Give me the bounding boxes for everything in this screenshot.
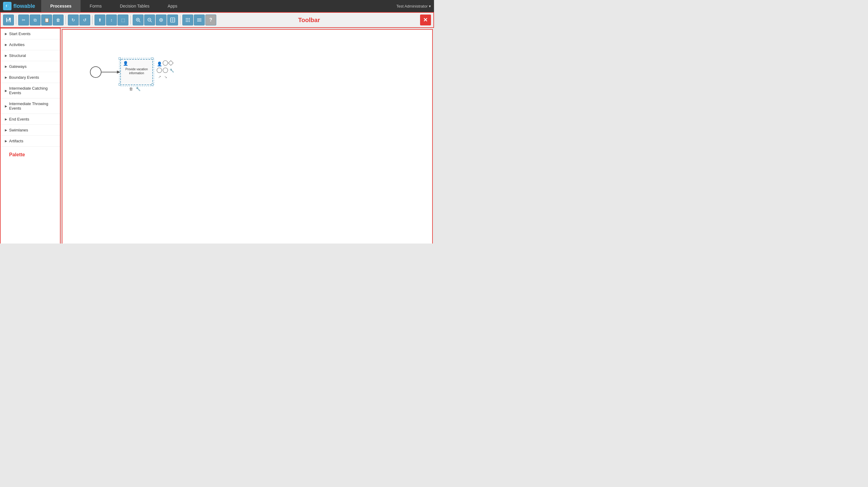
- palette-label: Palette: [5, 150, 56, 160]
- svg-rect-3: [7, 18, 9, 20]
- svg-point-23: [189, 20, 190, 21]
- copy-button[interactable]: ⧉: [30, 14, 40, 25]
- palette-item-intermediate-catching[interactable]: ▶ Intermediate Catching Events: [1, 83, 60, 98]
- nav-tab-forms[interactable]: Forms: [81, 0, 111, 12]
- help-button[interactable]: ?: [205, 14, 216, 25]
- svg-text:🗑: 🗑: [129, 87, 133, 91]
- main-content: ▶ Start Events ▶ Activities ▶ Structural…: [0, 28, 434, 243]
- svg-point-43: [163, 61, 168, 65]
- user-menu[interactable]: Test Administrator ▾: [397, 4, 431, 8]
- svg-line-11: [151, 21, 152, 22]
- svg-text:🔧: 🔧: [169, 68, 174, 73]
- zoom-out-button[interactable]: [144, 14, 155, 25]
- nav-tab-processes[interactable]: Processes: [41, 0, 81, 12]
- toolbar-separator-4: [130, 16, 131, 25]
- svg-text:👤: 👤: [123, 61, 128, 66]
- paste-button[interactable]: 📋: [41, 14, 52, 25]
- svg-point-20: [189, 18, 190, 19]
- svg-point-19: [187, 18, 188, 19]
- right-panel: 👤 Provide vacation information 👤: [61, 28, 434, 243]
- svg-text:↗: ↗: [158, 75, 161, 79]
- svg-marker-44: [168, 61, 173, 65]
- toolbar-separator-1: [16, 16, 17, 25]
- palette-item-gateways[interactable]: ▶ Gateways: [1, 61, 60, 72]
- redo-button[interactable]: ↻: [68, 14, 79, 25]
- chevron-right-icon: ▶: [5, 32, 7, 35]
- svg-point-21: [186, 20, 187, 21]
- sequence-button[interactable]: [194, 14, 205, 25]
- svg-rect-40: [119, 84, 121, 85]
- zoom-in-button[interactable]: [133, 14, 144, 25]
- close-button[interactable]: ✕: [420, 14, 431, 25]
- toolbar-separator-3: [92, 16, 93, 25]
- svg-line-7: [139, 21, 140, 22]
- svg-text:👤: 👤: [157, 61, 162, 67]
- toolbar-label: Toolbar: [298, 17, 320, 24]
- svg-rect-38: [119, 58, 121, 59]
- select-button[interactable]: ⬚: [118, 14, 128, 25]
- palette-item-boundary-events[interactable]: ▶ Boundary Events: [1, 72, 60, 83]
- logo-text: flowable: [13, 3, 35, 9]
- modeling-canvas[interactable]: 👤 Provide vacation information 👤: [62, 29, 433, 243]
- toolbar: ✂ ⧉ 📋 🗑 ↻ ↺ ⬆ ↕ ⬚ ? Toolbar ✕: [0, 12, 434, 28]
- svg-point-14: [160, 20, 162, 21]
- svg-rect-41: [151, 84, 153, 85]
- svg-point-22: [187, 20, 188, 21]
- chevron-right-icon: ▶: [5, 118, 7, 121]
- svg-point-25: [187, 21, 188, 22]
- toolbar-separator-2: [65, 16, 66, 25]
- actual-size-button[interactable]: [167, 14, 178, 25]
- svg-rect-39: [151, 58, 153, 59]
- bpmn-diagram: 👤 Provide vacation information 👤: [87, 54, 208, 103]
- chevron-right-icon: ▶: [5, 128, 7, 132]
- palette-item-end-events[interactable]: ▶ End Events: [1, 114, 60, 125]
- palette-item-swimlanes[interactable]: ▶ Swimlanes: [1, 125, 60, 136]
- logo-area: f flowable: [3, 2, 35, 10]
- cut-button[interactable]: ✂: [18, 14, 29, 25]
- palette-item-start-events[interactable]: ▶ Start Events: [1, 28, 60, 39]
- svg-point-30: [90, 67, 101, 78]
- delete-button[interactable]: 🗑: [53, 14, 64, 25]
- grid-button[interactable]: [182, 14, 193, 25]
- nav-tabs: Processes Forms Decision Tables Apps: [41, 0, 397, 12]
- chevron-right-icon: ▶: [5, 43, 7, 46]
- align-button[interactable]: ⬆: [94, 14, 105, 25]
- svg-text:Provide vacation: Provide vacation: [125, 67, 148, 71]
- undo-button[interactable]: ↺: [79, 14, 90, 25]
- svg-point-45: [157, 68, 162, 73]
- nav-tab-apps[interactable]: Apps: [159, 0, 187, 12]
- chevron-right-icon: ▶: [5, 65, 7, 68]
- palette-item-structural[interactable]: ▶ Structural: [1, 50, 60, 61]
- chevron-right-icon: ▶: [5, 104, 7, 108]
- svg-point-26: [189, 21, 190, 22]
- expand-button[interactable]: ↕: [106, 14, 117, 25]
- palette-item-activities[interactable]: ▶ Activities: [1, 39, 60, 50]
- svg-point-24: [186, 21, 187, 22]
- chevron-right-icon: ▶: [5, 139, 7, 143]
- chevron-right-icon: ▶: [5, 76, 7, 79]
- fit-button[interactable]: [156, 14, 166, 25]
- svg-text:information: information: [129, 71, 144, 75]
- svg-text:↘: ↘: [164, 75, 167, 79]
- svg-point-46: [163, 68, 168, 73]
- svg-rect-5: [7, 21, 10, 22]
- palette: ▶ Start Events ▶ Activities ▶ Structural…: [0, 28, 61, 243]
- chevron-right-icon: ▶: [5, 54, 7, 57]
- nav-tab-decision-tables[interactable]: Decision Tables: [111, 0, 159, 12]
- toolbar-separator-5: [180, 16, 181, 25]
- save-button[interactable]: [3, 14, 14, 25]
- palette-item-intermediate-throwing[interactable]: ▶ Intermediate Throwing Events: [1, 98, 60, 114]
- chevron-right-icon: ▶: [5, 89, 7, 92]
- top-navigation: f flowable Processes Forms Decision Tabl…: [0, 0, 434, 12]
- palette-item-artifacts[interactable]: ▶ Artifacts: [1, 136, 60, 147]
- svg-point-18: [186, 18, 187, 19]
- svg-marker-32: [117, 70, 121, 73]
- svg-text:🔧: 🔧: [136, 86, 141, 91]
- logo-icon: f: [3, 2, 11, 10]
